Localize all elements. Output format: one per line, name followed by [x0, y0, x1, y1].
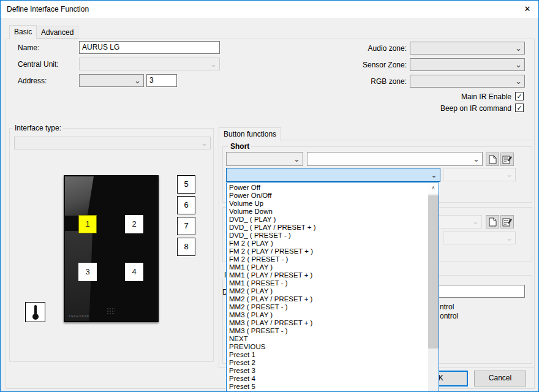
define-interface-function-dialog: Define Interface Function ✕ Basic Advanc… [0, 0, 539, 392]
dropdown-option[interactable]: MM1 ( PLAY ) [227, 263, 428, 271]
beep-on-ir-checkbox[interactable]: ✓ [515, 104, 524, 112]
side-button-6[interactable]: 6 [177, 196, 195, 214]
dropdown-option[interactable]: MM2 ( PLAY / PRESET + ) [227, 295, 428, 303]
dropdown-option[interactable]: FM 2 ( PLAY / PRESET + ) [227, 247, 428, 255]
temperature-sensor-button[interactable] [25, 302, 45, 322]
dropdown-option[interactable]: DVD_ ( PRESET - ) [227, 232, 428, 239]
address-label: Address: [18, 77, 47, 85]
function-type-select[interactable]: Audio zone ⌄ [226, 152, 303, 166]
side-button-7[interactable]: 7 [177, 217, 195, 235]
dropdown-option[interactable]: FM 2 ( PLAY ) [227, 239, 428, 247]
scrollbar-thumb[interactable] [428, 195, 439, 349]
sensor-zone-select[interactable]: None ⌄ [410, 58, 525, 71]
tab-button-functions[interactable]: Button functions [219, 127, 281, 141]
interface-type-select: TDS12021: AURUS-4 XL ⌄ [14, 137, 211, 149]
dropdown-option[interactable]: DVD_ ( PLAY ) [227, 216, 428, 224]
sensor-zone-label: Sensor Zone: [344, 61, 407, 69]
long-extra-select-disabled: ⌄ [443, 232, 516, 244]
zone-select[interactable]: 01 Bedroom ⌄ [307, 152, 483, 166]
rgb-zone-label: RGB zone: [344, 77, 407, 86]
thermometer-icon [31, 304, 40, 320]
function-select-open[interactable]: ⌄ [226, 168, 440, 182]
chevron-down-icon: ⌄ [201, 137, 208, 149]
name-input[interactable]: AURUS LG [79, 41, 220, 54]
dropdown-option[interactable]: MM3 ( PLAY ) [227, 311, 428, 319]
audio-zone-label: Audio zone: [344, 44, 407, 53]
name-label: Name: [18, 43, 39, 52]
long-edit-function-button[interactable] [500, 215, 514, 228]
long-new-function-button[interactable] [486, 215, 499, 228]
address-bus-select[interactable]: AUTOBUS 1 ⌄ [79, 74, 144, 87]
dropdown-option[interactable]: Preset 3 [227, 367, 428, 375]
option-label-fragment-2: ontrol [440, 312, 458, 320]
new-document-icon [489, 155, 497, 164]
address-number-input[interactable]: 3 [146, 74, 177, 87]
panel-sensor-grid [107, 307, 115, 315]
device-brand-label: TELETASK [69, 314, 89, 318]
chevron-down-icon: ⌄ [472, 216, 479, 228]
central-unit-label: Central Unit: [18, 60, 59, 69]
extra-select-disabled: ⌄ [443, 168, 516, 181]
cancel-button[interactable]: Cancel [474, 371, 526, 386]
new-document-icon [489, 217, 497, 227]
check-icon: ✓ [516, 92, 522, 100]
new-function-button[interactable] [486, 153, 499, 166]
chevron-down-icon: ⌄ [506, 168, 513, 181]
chevron-down-icon: ⌄ [515, 42, 522, 54]
dropdown-option[interactable]: Volume Down [227, 208, 428, 216]
side-button-8[interactable]: 8 [177, 238, 195, 256]
dropdown-option[interactable]: MM2 ( PLAY ) [227, 287, 428, 295]
audio-zone-select[interactable]: None ⌄ [410, 42, 525, 55]
central-unit-select: A: NANOS Central Unit ⌄ [79, 58, 220, 70]
side-button-5[interactable]: 5 [177, 175, 195, 194]
chevron-down-icon: ⌄ [293, 153, 300, 165]
panel-button-1[interactable]: 1 [78, 215, 97, 233]
dropdown-option[interactable]: MM2 ( PRESET - ) [227, 303, 428, 311]
chevron-down-icon: ⌄ [473, 153, 480, 165]
title-bar: Define Interface Function [1, 1, 538, 18]
tab-basic[interactable]: Basic [9, 25, 37, 39]
option-label-fragment-1: ntrol [440, 303, 454, 311]
short-group-label: Short [228, 143, 251, 150]
dropdown-option[interactable]: Volume Up [227, 200, 428, 208]
interface-type-label: Interface type: [13, 124, 63, 132]
chevron-down-icon: ⌄ [515, 59, 522, 70]
chevron-down-icon: ⌄ [134, 75, 141, 86]
dropdown-option[interactable]: Power Off [227, 184, 428, 192]
dropdown-option[interactable]: MM1 ( PRESET - ) [227, 279, 428, 287]
chevron-down-icon: ⌄ [431, 168, 437, 181]
chevron-down-icon: ⌄ [210, 58, 217, 70]
dropdown-option[interactable]: MM3 ( PLAY / PRESET + ) [227, 319, 428, 327]
dropdown-option[interactable]: MM1 ( PLAY / PRESET + ) [227, 271, 428, 279]
check-icon: ✓ [516, 104, 522, 111]
edit-function-button[interactable] [500, 153, 514, 166]
dropdown-option[interactable]: Power On/Off [227, 192, 428, 200]
chevron-down-icon: ⌄ [506, 232, 513, 244]
main-ir-enable-label: Main IR Enable [417, 92, 511, 101]
close-icon[interactable]: ✕ [518, 2, 537, 17]
dropdown-option[interactable]: FM 2 ( PRESET - ) [227, 255, 428, 263]
panel-button-2[interactable]: 2 [125, 215, 143, 233]
main-ir-enable-checkbox[interactable]: ✓ [515, 92, 524, 100]
dropdown-options: Power OffPower On/OffVolume UpVolume Dow… [227, 184, 428, 392]
device-panel-image: TELETASK [64, 175, 159, 322]
dropdown-option[interactable]: PREVIOUS [227, 343, 428, 351]
panel-button-4[interactable]: 4 [125, 263, 143, 281]
dropdown-scrollbar[interactable]: ∧ [428, 183, 439, 392]
dropdown-option[interactable]: Preset 1 [227, 351, 428, 359]
properties-icon [502, 217, 512, 227]
scroll-up-icon[interactable]: ∧ [428, 183, 439, 194]
dropdown-option[interactable]: Preset 5 [227, 383, 428, 391]
tab-advanced[interactable]: Advanced [36, 26, 78, 39]
dropdown-option[interactable]: DVD_ ( PLAY / PRESET + ) [227, 224, 428, 232]
beep-on-ir-label: Beep on IR command [405, 104, 511, 113]
dropdown-option[interactable]: Preset 2 [227, 359, 428, 367]
rgb-zone-select[interactable]: None ⌄ [410, 75, 525, 88]
dialog-title: Define Interface Function [7, 1, 89, 18]
dropdown-option[interactable]: MM3 ( PRESET - ) [227, 327, 428, 335]
panel-reflection [65, 176, 94, 216]
dropdown-option[interactable]: NEXT [227, 335, 428, 343]
panel-button-3[interactable]: 3 [78, 263, 97, 281]
properties-icon [502, 155, 512, 164]
dropdown-option[interactable]: Preset 4 [227, 375, 428, 383]
